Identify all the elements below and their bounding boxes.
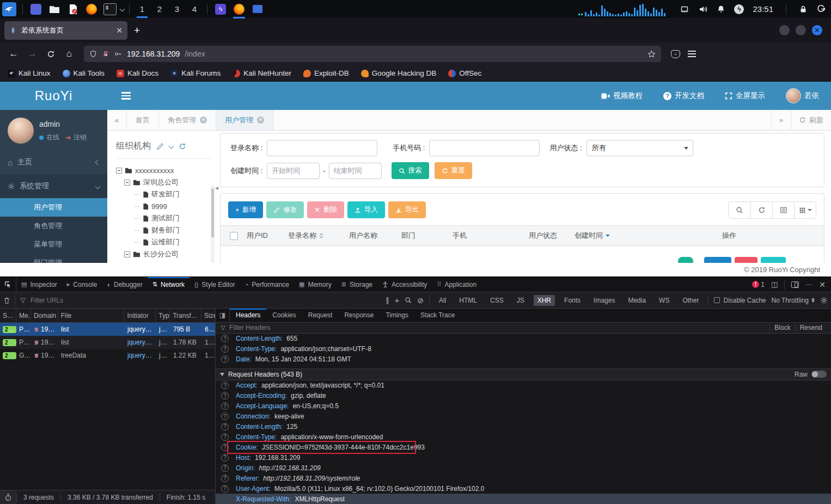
tab-role-mgmt[interactable]: 角色管理✕	[159, 110, 216, 130]
block-requests-icon[interactable]: ⊘	[417, 296, 424, 305]
terminal-dropdown-caret[interactable]	[120, 7, 124, 11]
filter-media[interactable]: Media	[624, 295, 650, 306]
start-time-input[interactable]	[267, 163, 320, 179]
detail-tab-timings[interactable]: Timings	[380, 309, 414, 322]
request-initiator[interactable]: jquery…	[125, 325, 156, 333]
detail-tab-request[interactable]: Request	[302, 309, 339, 322]
tree-node-dept[interactable]: 9999	[116, 200, 212, 212]
column-file[interactable]: File	[58, 309, 125, 322]
tree-expander-icon[interactable]	[116, 168, 122, 174]
bookmark-kali-forums[interactable]: ✕Kali Forums	[170, 69, 221, 77]
clock[interactable]: 23:51	[753, 4, 773, 14]
table-search-toggle-button[interactable]	[729, 202, 750, 218]
bookmark-kali-linux[interactable]: Kali Linux	[8, 69, 51, 77]
panel-collapse-handle[interactable]: ◂	[215, 184, 218, 192]
responsive-design-icon[interactable]	[791, 281, 799, 288]
tree-node-dept[interactable]: 运维部门	[116, 236, 212, 248]
tab-performance[interactable]: ◔Performance	[240, 277, 294, 292]
nav-user-menu[interactable]: 若依	[786, 88, 819, 103]
request-header-row[interactable]: ?Content-Typeapplication/x-www-form-urle…	[216, 432, 831, 442]
request-initiator[interactable]: jquery…	[125, 339, 156, 346]
request-header-row[interactable]: ?Originhttp://192.168.31.209	[216, 463, 831, 473]
app-launcher-icon[interactable]	[29, 2, 43, 16]
tab-application[interactable]: ⠿Application	[432, 277, 481, 292]
tree-expander-icon[interactable]	[124, 180, 130, 186]
header-help-icon[interactable]: ?	[221, 433, 229, 441]
header-help-icon[interactable]: ?	[221, 382, 229, 389]
lock-screen-icon[interactable]	[799, 5, 808, 14]
header-help-icon[interactable]: ?	[221, 413, 229, 420]
header-help-icon[interactable]: ?	[221, 454, 229, 462]
header-help-icon[interactable]: ?	[221, 475, 229, 482]
table-columns-button[interactable]	[794, 202, 816, 218]
request-row[interactable]: 200 POST 192.168.31.209 list jquery… j… …	[0, 336, 215, 349]
tree-node-company2[interactable]: 长沙分公司	[116, 248, 212, 260]
login-name-input[interactable]	[267, 140, 377, 156]
search-requests-icon[interactable]	[405, 297, 412, 304]
devtools-close-icon[interactable]: ✕	[819, 280, 826, 289]
filter-fonts[interactable]: Fonts	[560, 295, 584, 306]
header-help-icon[interactable]: ?	[221, 355, 229, 363]
network-icon[interactable]	[680, 5, 689, 14]
sidebar-item-home[interactable]: ⌂ 主页	[0, 150, 107, 174]
sort-icons[interactable]	[319, 233, 323, 238]
sidebar-item-menu-mgmt[interactable]: 菜单管理	[0, 235, 107, 254]
request-initiator[interactable]: jquery…	[125, 352, 156, 359]
nav-dev-docs[interactable]: ?开发文档	[663, 91, 704, 101]
request-header-row[interactable]: ?Content-Length125	[216, 421, 831, 432]
detail-tab-response[interactable]: Response	[338, 309, 380, 322]
devtools-menu-icon[interactable]: ⋯	[805, 281, 812, 288]
disable-cache-checkbox[interactable]: Disable Cache	[714, 297, 766, 304]
request-header-row[interactable]: ?Connectionkeep-alive	[216, 411, 831, 422]
column-dept[interactable]: 部门	[401, 231, 416, 241]
column-phone[interactable]: 手机	[453, 231, 467, 241]
tab-home[interactable]: 首页	[127, 110, 159, 130]
url-bar[interactable]: 192.168.31.209/index	[84, 46, 661, 62]
tree-node-dept[interactable]: 研发部门	[116, 188, 212, 200]
table-refresh-button[interactable]	[750, 202, 772, 218]
sidebar-avatar[interactable]	[8, 118, 34, 144]
insecure-lock-icon[interactable]	[102, 50, 109, 58]
tree-node-dept[interactable]: 测试部门	[116, 212, 212, 224]
firefox-icon[interactable]	[84, 2, 99, 16]
tab-inspector[interactable]: ▤Inspector	[16, 277, 62, 292]
tab-refresh-button[interactable]: 刷新	[791, 110, 831, 130]
split-console-icon[interactable]: ◫	[771, 280, 778, 288]
filter-js[interactable]: JS	[513, 295, 528, 306]
bookmark-offsec[interactable]: OffSec	[448, 69, 481, 77]
taskbar-firefox-icon[interactable]	[232, 2, 246, 16]
table-detail-view-button[interactable]	[772, 202, 794, 218]
tab-close-icon[interactable]: ✕	[200, 116, 207, 124]
filter-images[interactable]: Images	[590, 295, 619, 306]
header-help-icon[interactable]: ?	[221, 423, 229, 431]
column-initiator[interactable]: Initiator	[124, 309, 156, 322]
tabs-scroll-right-button[interactable]: »	[771, 110, 791, 130]
response-header-row[interactable]: ?Content-Typeapplication/json;charset=UT…	[216, 344, 831, 354]
header-help-icon[interactable]: ?	[221, 345, 229, 353]
window-minimize-button[interactable]	[779, 25, 790, 35]
sidebar-item-user-mgmt[interactable]: 用户管理	[0, 198, 107, 217]
request-header-row[interactable]: ?User-AgentMozilla/5.0 (X11; Linux x86_6…	[216, 483, 831, 494]
tab-close-icon[interactable]: ✕	[116, 26, 123, 35]
request-header-row-selected[interactable]: ?X-Requested-WithXMLHttpRequest	[216, 494, 831, 504]
request-header-row[interactable]: ?Accept-Languageen-US,en;q=0.5	[216, 401, 831, 411]
column-create-time[interactable]: 创建时间	[575, 231, 603, 241]
tree-collapse-icon[interactable]	[169, 144, 174, 149]
request-row[interactable]: 200 GET 192.168.31.209 treeData jquery… …	[0, 349, 215, 362]
column-transferred[interactable]: Transf…	[170, 309, 201, 322]
nav-video-tutorial[interactable]: 视频教程	[601, 91, 643, 101]
tab-storage[interactable]: ≣Storage	[337, 277, 377, 292]
request-headers-section[interactable]: Request Headers (543 B) Raw	[216, 368, 831, 380]
menu-hamburger-icon[interactable]	[688, 49, 696, 59]
filter-other[interactable]: Other	[679, 295, 702, 306]
volume-icon[interactable]	[698, 5, 708, 14]
brand-logo[interactable]: RuoYi	[0, 88, 107, 103]
bookmark-kali-tools[interactable]: Kali Tools	[63, 69, 105, 77]
request-header-row[interactable]: ?Accept-Encodinggzip, deflate	[216, 391, 831, 401]
header-help-icon[interactable]: ?	[221, 485, 229, 493]
reset-button[interactable]: 重置	[435, 162, 472, 179]
header-help-icon[interactable]: ?	[221, 335, 229, 342]
column-domain[interactable]: Domain	[31, 309, 58, 322]
text-editor-icon[interactable]	[66, 2, 80, 16]
bookmark-star-icon[interactable]	[647, 50, 656, 58]
